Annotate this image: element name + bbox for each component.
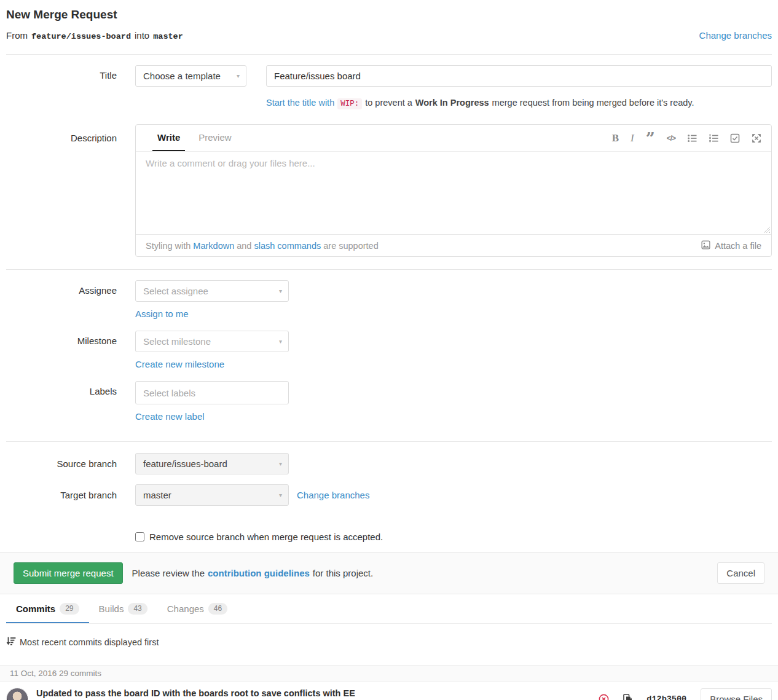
chevron-down-icon: ▾ xyxy=(279,492,282,498)
bulleted-list-icon[interactable] xyxy=(687,133,697,143)
chevron-down-icon: ▾ xyxy=(279,288,282,294)
wip-hint-mid: to prevent a xyxy=(365,98,412,108)
commit-date-header: 11 Oct, 2016 29 commits xyxy=(0,665,778,682)
chevron-down-icon: ▾ xyxy=(237,73,240,79)
slash-commands-link[interactable]: slash commands xyxy=(254,241,321,251)
assignee-select-value: Select assignee xyxy=(143,286,208,296)
description-textarea[interactable] xyxy=(136,152,771,234)
description-editor-area xyxy=(136,152,771,234)
meta-fields-section: Assignee Select assignee ▾ Assign to me … xyxy=(6,270,772,441)
builds-count-badge: 43 xyxy=(128,603,147,615)
code-icon[interactable]: </> xyxy=(667,134,675,143)
markdown-support-note: Styling with Markdown and slash commands… xyxy=(146,241,379,251)
tab-preview[interactable]: Preview xyxy=(194,125,236,151)
tab-changes[interactable]: Changes 46 xyxy=(157,594,237,623)
into-label: into xyxy=(135,30,149,41)
review-note: Please review the contribution guideline… xyxy=(132,568,374,578)
milestone-select[interactable]: Select milestone ▾ xyxy=(135,331,289,352)
branch-section: Source branch feature/issues-board ▾ Tar… xyxy=(6,442,772,552)
fullscreen-icon[interactable] xyxy=(752,133,761,143)
divider xyxy=(6,54,772,55)
source-branch-row: Source branch feature/issues-board ▾ xyxy=(6,453,772,474)
wip-hint-rest: merge request from being merged before i… xyxy=(492,98,694,108)
labels-row: Labels Create new label xyxy=(6,381,772,441)
remove-source-branch-checkbox[interactable] xyxy=(135,532,144,541)
source-branch-select-value: feature/issues-board xyxy=(143,458,227,469)
review-note-post: for this project. xyxy=(313,568,373,578)
new-merge-request-page: New Merge Request From feature/issues-bo… xyxy=(0,8,778,700)
merge-request-tabs: Commits 29 Builds 43 Changes 46 xyxy=(6,594,772,624)
milestone-label: Milestone xyxy=(6,331,135,381)
source-branch-label: Source branch xyxy=(6,458,135,469)
title-row: Title Choose a template ▾ xyxy=(6,65,772,87)
support-note-pre: Styling with xyxy=(146,241,191,251)
attach-file-label: Attach a file xyxy=(715,241,761,251)
commit-sort-note-label: Most recent commits displayed first xyxy=(20,637,159,647)
support-note-post: are supported xyxy=(323,241,378,251)
wip-hint-bold: Work In Progress xyxy=(415,98,489,108)
quote-icon[interactable]: ” xyxy=(646,134,655,143)
commit-row: Updated to pass the board ID with the bo… xyxy=(6,682,772,700)
assignee-select[interactable]: Select assignee ▾ xyxy=(135,280,289,302)
chevron-down-icon: ▾ xyxy=(279,460,282,467)
browse-files-button[interactable]: Browse Files xyxy=(701,688,772,700)
assign-to-me-link[interactable]: Assign to me xyxy=(135,309,189,319)
numbered-list-icon[interactable] xyxy=(709,133,718,143)
branch-summary-row: From feature/issues-board into master Ch… xyxy=(6,30,772,41)
create-new-milestone-link[interactable]: Create new milestone xyxy=(135,359,224,369)
avatar[interactable] xyxy=(6,688,28,700)
review-note-pre: Please review the xyxy=(132,568,205,578)
task-list-icon[interactable] xyxy=(730,133,740,143)
source-branch-name: feature/issues-board xyxy=(31,32,131,41)
commit-actions: d12b3500 Browse Files xyxy=(599,688,772,700)
markdown-link[interactable]: Markdown xyxy=(193,241,234,251)
branch-summary: From feature/issues-board into master xyxy=(6,30,183,41)
tab-changes-label: Changes xyxy=(167,604,204,614)
milestone-row: Milestone Select milestone ▾ Create new … xyxy=(6,331,772,381)
cancel-button[interactable]: Cancel xyxy=(717,562,764,584)
change-branches-link-top[interactable]: Change branches xyxy=(699,30,772,41)
markdown-editor: Write Preview B I ” </> xyxy=(135,124,772,257)
wip-hint-link[interactable]: Start the title with xyxy=(266,98,334,108)
markdown-editor-header: Write Preview B I ” </> xyxy=(136,125,771,152)
submit-merge-request-button[interactable]: Submit merge request xyxy=(14,562,123,584)
template-select[interactable]: Choose a template ▾ xyxy=(135,65,246,87)
milestone-select-value: Select milestone xyxy=(143,336,211,347)
target-branch-name: master xyxy=(153,32,183,41)
target-branch-select-value: master xyxy=(143,490,171,500)
tab-commits[interactable]: Commits 29 xyxy=(6,594,89,623)
tab-builds-label: Builds xyxy=(99,604,124,614)
support-note-and: and xyxy=(237,241,251,251)
ci-status-failed-icon[interactable] xyxy=(599,694,609,700)
target-branch-label: Target branch xyxy=(6,490,135,500)
title-input[interactable] xyxy=(266,65,772,87)
target-branch-select[interactable]: master ▾ xyxy=(135,484,289,506)
change-branches-link-inline[interactable]: Change branches xyxy=(297,490,369,500)
remove-source-branch-label: Remove source branch when merge request … xyxy=(149,532,383,542)
create-new-label-link[interactable]: Create new label xyxy=(135,411,205,422)
title-hint-row: Start the title with WIP: to prevent a W… xyxy=(6,92,772,124)
tab-builds[interactable]: Builds 43 xyxy=(89,594,157,623)
description-row: Description Write Preview B I ” </> xyxy=(6,124,772,257)
sort-amount-desc-icon xyxy=(6,637,16,648)
attach-file-button[interactable]: Attach a file xyxy=(701,240,761,251)
bold-icon[interactable]: B xyxy=(612,132,619,144)
commit-sha[interactable]: d12b3500 xyxy=(646,694,686,700)
editor-tabs: Write Preview xyxy=(152,125,245,151)
assignee-row: Assignee Select assignee ▾ Assign to me xyxy=(6,280,772,331)
source-branch-select[interactable]: feature/issues-board ▾ xyxy=(135,453,289,474)
copy-sha-icon[interactable] xyxy=(623,694,632,700)
wip-hint: Start the title with WIP: to prevent a W… xyxy=(266,98,772,109)
italic-icon[interactable]: I xyxy=(631,132,634,144)
tab-write[interactable]: Write xyxy=(152,125,185,151)
labels-label: Labels xyxy=(6,381,135,441)
template-select-value: Choose a template xyxy=(143,71,221,81)
from-label: From xyxy=(6,30,28,41)
attach-image-icon xyxy=(701,240,710,251)
title-label: Title xyxy=(6,65,135,87)
description-label: Description xyxy=(6,124,135,257)
changes-count-badge: 46 xyxy=(208,603,227,615)
commit-title[interactable]: Updated to pass the board ID with the bo… xyxy=(36,688,355,698)
contribution-guidelines-link[interactable]: contribution guidelines xyxy=(208,568,310,578)
labels-input[interactable] xyxy=(135,381,289,404)
